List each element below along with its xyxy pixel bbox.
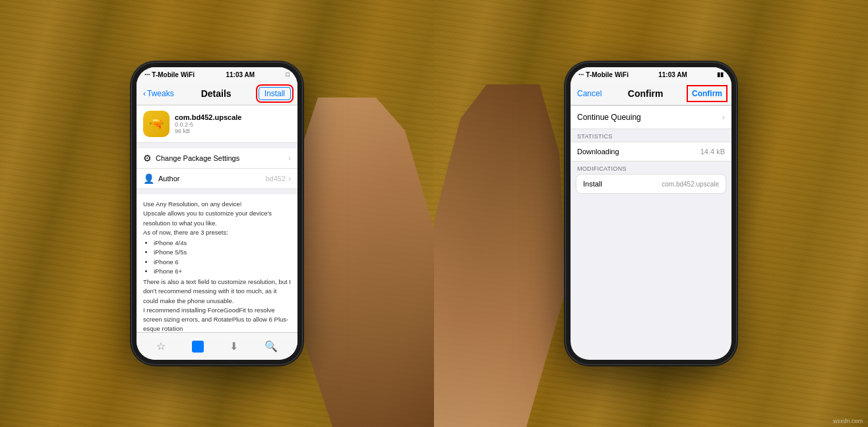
- preset-2: iPhone 5/5s: [154, 248, 291, 257]
- left-chevron-icon: ‹: [143, 89, 146, 98]
- settings-chevron-icon: ›: [288, 154, 291, 163]
- right-carrier: T-Mobile: [586, 71, 613, 78]
- right-phone-screen: ··· T-Mobile WiFi 11:03 AM ▮▮ Cancel Con…: [571, 67, 731, 360]
- desc-line-3: As of now, there are 3 presets:: [143, 228, 291, 237]
- tab-featured[interactable]: ☆: [156, 340, 166, 353]
- cancel-button[interactable]: Cancel: [577, 89, 602, 98]
- change-package-settings-row[interactable]: ⚙ Change Package Settings ›: [137, 148, 297, 169]
- continue-chevron-icon: ›: [722, 113, 725, 122]
- left-wifi-icon: WiFi: [181, 71, 195, 78]
- confirm-nav-bar: Cancel Confirm Confirm: [571, 82, 731, 105]
- right-battery: ▮▮: [717, 71, 724, 78]
- left-nav-bar: ‹ Tweaks Details Install: [137, 82, 297, 105]
- author-value: bd452: [265, 175, 286, 183]
- left-back-button[interactable]: ‹ Tweaks: [143, 89, 174, 98]
- changes-icon: ⬇: [230, 340, 238, 353]
- package-name: com.bd452.upscale: [175, 113, 291, 121]
- tab-changes[interactable]: ⬇: [230, 340, 238, 353]
- confirm-button[interactable]: Confirm: [689, 88, 725, 100]
- left-status-left: ··· T-Mobile WiFi: [144, 71, 195, 78]
- right-status-left: ··· T-Mobile WiFi: [578, 71, 629, 78]
- search-icon: 🔍: [264, 340, 278, 353]
- modifications-section-label: Modifications: [571, 161, 731, 174]
- continue-queuing-row[interactable]: Continue Queuing ›: [571, 105, 731, 129]
- modification-action: Install: [583, 180, 602, 188]
- package-settings-section: ⚙ Change Package Settings › 👤 Author bd4…: [137, 148, 297, 189]
- left-phone-screen: ··· T-Mobile WiFi 11:03 AM □ ‹ Tweaks: [137, 67, 297, 360]
- package-header: 🔫 com.bd452.upscale 0.0.2-5 96 kB: [137, 105, 297, 143]
- modification-package: com.bd452.upscale: [662, 181, 719, 188]
- package-info: com.bd452.upscale 0.0.2-5 96 kB: [175, 113, 291, 134]
- settings-label: Change Package Settings: [156, 154, 239, 162]
- left-phone: ··· T-Mobile WiFi 11:03 AM □ ‹ Tweaks: [131, 62, 303, 365]
- desc-line-1: Use Any Resolution, on any device!: [143, 200, 291, 209]
- modification-box: Install com.bd452.upscale: [576, 174, 726, 194]
- left-status-bar: ··· T-Mobile WiFi 11:03 AM □: [137, 67, 297, 82]
- continue-queuing-label: Continue Queuing: [577, 113, 641, 122]
- install-button[interactable]: Install: [259, 87, 291, 100]
- right-signal-dots: ···: [578, 71, 584, 78]
- left-nav-title: Details: [201, 88, 232, 99]
- confirm-nav-title: Confirm: [628, 88, 664, 99]
- star-icon: ☆: [156, 340, 166, 353]
- left-battery: □: [286, 71, 290, 78]
- settings-icon: ⚙: [143, 153, 152, 163]
- left-signal-dots: ···: [144, 71, 150, 78]
- left-phone-wrapper: ··· T-Mobile WiFi 11:03 AM □ ‹ Tweaks: [131, 62, 303, 365]
- right-time: 11:03 AM: [658, 71, 687, 78]
- author-chevron-icon: ›: [288, 174, 291, 183]
- package-version: 0.0.2-5: [175, 121, 291, 128]
- left-time: 11:03 AM: [226, 71, 255, 78]
- left-carrier: T-Mobile: [152, 71, 179, 78]
- left-back-label: Tweaks: [147, 89, 174, 98]
- right-phone: ··· T-Mobile WiFi 11:03 AM ▮▮ Cancel Con…: [565, 62, 737, 365]
- desc-presets: iPhone 4/4s iPhone 5/5s iPhone 6 iPhone …: [143, 239, 291, 276]
- desc-line-2: Upscale allows you to customize your dev…: [143, 209, 291, 228]
- downloading-value: 14.4 kB: [700, 148, 725, 156]
- left-panel: ··· T-Mobile WiFi 11:03 AM □ ‹ Tweaks: [0, 0, 434, 427]
- right-status-bar: ··· T-Mobile WiFi 11:03 AM ▮▮: [571, 67, 731, 82]
- downloading-row: Downloading 14.4 kB: [571, 142, 731, 161]
- left-tab-bar: ☆ ⬇ 🔍: [137, 332, 297, 360]
- author-row[interactable]: 👤 Author bd452 ›: [137, 169, 297, 189]
- downloading-label: Downloading: [577, 148, 619, 156]
- preset-4: iPhone 6+: [154, 267, 291, 276]
- preset-1: iPhone 4/4s: [154, 239, 291, 248]
- package-icon: 🔫: [143, 111, 170, 137]
- statistics-section-label: Statistics: [571, 129, 731, 142]
- package-size: 96 kB: [175, 128, 291, 134]
- desc-line-4: There is also a text field to customize …: [143, 277, 291, 306]
- packages-icon: [192, 341, 204, 353]
- tab-packages[interactable]: [192, 341, 204, 353]
- desc-line-5: I recommend installing ForceGoodFit to r…: [143, 306, 291, 334]
- package-description: Use Any Resolution, on any device! Upsca…: [137, 194, 297, 339]
- right-wifi-icon: WiFi: [615, 71, 629, 78]
- author-label: Author: [158, 175, 179, 183]
- left-status-right: □: [286, 71, 290, 78]
- tab-search[interactable]: 🔍: [264, 340, 278, 353]
- author-icon: 👤: [143, 173, 154, 184]
- preset-3: iPhone 6: [154, 258, 291, 267]
- right-status-right: ▮▮: [717, 71, 724, 78]
- watermark: wsxdn.com: [833, 418, 863, 424]
- right-phone-wrapper: ··· T-Mobile WiFi 11:03 AM ▮▮ Cancel Con…: [565, 62, 737, 365]
- right-panel: ··· T-Mobile WiFi 11:03 AM ▮▮ Cancel Con…: [434, 0, 868, 427]
